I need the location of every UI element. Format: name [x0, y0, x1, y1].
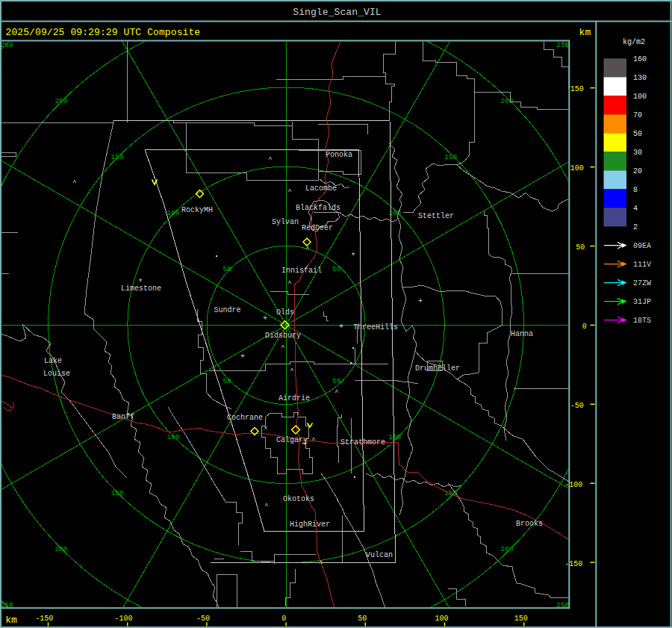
- svg-text:+: +: [418, 297, 423, 305]
- svg-text:100: 100: [167, 209, 180, 217]
- svg-text:HighRiver: HighRiver: [290, 520, 330, 529]
- svg-text:Single_Scan_VIL: Single_Scan_VIL: [293, 7, 382, 18]
- svg-text:Olds: Olds: [276, 308, 294, 317]
- svg-text:27ZW: 27ZW: [633, 279, 651, 287]
- svg-text:50: 50: [576, 243, 585, 252]
- svg-text:09EA: 09EA: [633, 242, 651, 250]
- svg-text:Hanna: Hanna: [511, 330, 533, 338]
- svg-text:100: 100: [167, 433, 180, 441]
- svg-text:-100: -100: [114, 615, 132, 623]
- svg-text:100: 100: [388, 433, 401, 441]
- svg-text:100: 100: [570, 164, 584, 172]
- svg-text:200: 200: [500, 97, 513, 105]
- svg-text:Sundre: Sundre: [214, 306, 241, 314]
- svg-text:0: 0: [281, 615, 286, 623]
- svg-text:100: 100: [435, 615, 448, 623]
- svg-text:*: *: [351, 252, 356, 261]
- svg-text:ThreeHills: ThreeHills: [353, 323, 398, 332]
- svg-text:Cochrane: Cochrane: [227, 414, 263, 422]
- svg-text:km: km: [5, 615, 17, 626]
- svg-text:Louise: Louise: [43, 370, 70, 378]
- svg-text:250: 250: [556, 41, 569, 49]
- svg-text:RedDeer: RedDeer: [302, 224, 333, 232]
- svg-text:Lacombe: Lacombe: [305, 184, 337, 193]
- svg-text:4: 4: [633, 205, 638, 213]
- svg-text:0: 0: [582, 323, 587, 331]
- svg-text:250: 250: [1, 41, 13, 49]
- svg-text:200: 200: [55, 97, 67, 105]
- svg-text:x: x: [264, 424, 268, 431]
- svg-text:RockyMH: RockyMH: [181, 206, 213, 214]
- svg-text:^: ^: [264, 503, 268, 510]
- svg-text:+: +: [240, 352, 245, 361]
- svg-text:130: 130: [633, 74, 647, 82]
- svg-text:Airdrie: Airdrie: [279, 394, 310, 402]
- svg-text:Vulcan: Vulcan: [366, 551, 393, 559]
- svg-text:^: ^: [335, 389, 338, 397]
- svg-text:-150: -150: [564, 560, 582, 568]
- svg-text:2025/09/25 09:29:29 UTC Compos: 2025/09/25 09:29:29 UTC Composite: [6, 27, 201, 38]
- svg-text:2: 2: [633, 223, 638, 231]
- svg-text:50: 50: [223, 265, 232, 273]
- svg-text:+: +: [263, 314, 267, 323]
- svg-text:100: 100: [633, 93, 647, 101]
- svg-text:30: 30: [633, 149, 642, 157]
- svg-text:50: 50: [633, 130, 642, 138]
- svg-text:150: 150: [111, 153, 124, 161]
- svg-text:Banff: Banff: [112, 413, 134, 421]
- svg-text:50: 50: [223, 377, 232, 385]
- svg-text:^: ^: [319, 560, 323, 568]
- svg-text:+: +: [339, 323, 343, 331]
- svg-text:^: ^: [311, 437, 315, 444]
- svg-text:-50: -50: [570, 402, 584, 410]
- svg-text:Ponoka: Ponoka: [326, 151, 352, 159]
- svg-text:160: 160: [633, 55, 647, 63]
- svg-text:200: 200: [500, 545, 513, 553]
- svg-text:50: 50: [332, 377, 341, 385]
- svg-text:^: ^: [290, 367, 293, 375]
- svg-text:^: ^: [72, 179, 76, 187]
- svg-text:-150: -150: [35, 615, 53, 623]
- svg-text:^: ^: [287, 188, 291, 196]
- svg-text:50: 50: [332, 265, 341, 273]
- svg-text:50: 50: [358, 615, 367, 623]
- svg-text:Okotoks: Okotoks: [283, 495, 314, 503]
- svg-text:Didsbury: Didsbury: [265, 332, 301, 340]
- svg-text:31JP: 31JP: [633, 298, 651, 306]
- svg-text:^: ^: [287, 280, 291, 287]
- svg-text:150: 150: [514, 615, 528, 623]
- svg-text:70: 70: [633, 111, 642, 119]
- svg-text:20: 20: [633, 167, 642, 175]
- svg-text:^: ^: [305, 246, 309, 253]
- svg-text:150: 150: [111, 489, 124, 497]
- svg-text:^: ^: [268, 156, 272, 164]
- svg-text:Blackfalds: Blackfalds: [296, 204, 340, 212]
- svg-text:150: 150: [570, 85, 584, 93]
- svg-text:-100: -100: [564, 481, 582, 489]
- svg-text:-50: -50: [196, 615, 210, 623]
- svg-text:Drumheller: Drumheller: [415, 364, 460, 373]
- svg-text:Lake: Lake: [44, 357, 62, 365]
- svg-text:^: ^: [281, 344, 284, 352]
- svg-text:km: km: [579, 27, 591, 38]
- svg-text:150: 150: [444, 153, 457, 161]
- svg-text:200: 200: [55, 545, 67, 553]
- svg-text:Strathmore: Strathmore: [340, 438, 385, 447]
- svg-text:Brooks: Brooks: [516, 520, 543, 528]
- svg-text:Stettler: Stettler: [418, 212, 454, 220]
- svg-text:Sylvan: Sylvan: [272, 218, 299, 226]
- svg-text:Innisfail: Innisfail: [281, 267, 322, 275]
- svg-text:*: *: [138, 278, 143, 287]
- svg-text:8: 8: [633, 186, 638, 194]
- svg-text:kg/m2: kg/m2: [623, 38, 645, 46]
- svg-text:18TS: 18TS: [633, 317, 651, 325]
- svg-text:111V: 111V: [633, 261, 651, 269]
